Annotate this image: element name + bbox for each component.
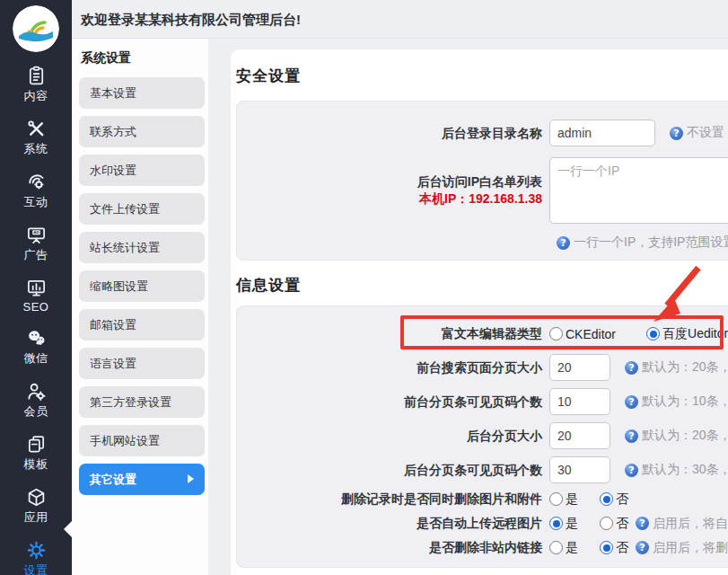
sidebar-item-settings[interactable]: 设置 <box>24 540 48 575</box>
remove-external-links-label: 是否删除非站内链接 <box>237 539 549 556</box>
submenu-item-watermark[interactable]: 水印设置 <box>79 155 205 186</box>
backend-page-size-input[interactable] <box>549 422 610 449</box>
auto-upload-remote-row: 是否自动上传远程图片 是 否 ? 启用后，将自动上 <box>237 511 728 535</box>
editor-type-row: 富文本编辑器类型 CKEditor 百度Ueditor <box>237 317 728 350</box>
front-search-page-size-label: 前台搜索页面分页大小 <box>237 359 549 376</box>
sidebar-item-label: 微信 <box>24 350 48 367</box>
sidebar-item-label: 内容 <box>24 88 48 104</box>
ad-board-icon: AD <box>26 225 47 245</box>
delete-attachments-no-radio[interactable] <box>600 492 613 506</box>
yes-label[interactable]: 是 <box>566 516 578 532</box>
submenu-item-webmaster-stats[interactable]: 站长统计设置 <box>79 232 205 263</box>
svg-text:AD: AD <box>33 230 39 234</box>
member-gear-icon <box>26 381 47 402</box>
sidebar-nav: 内容 系统 互动 <box>0 52 72 575</box>
no-label[interactable]: 否 <box>616 491 628 508</box>
submenu-item-other-settings[interactable]: 其它设置 <box>79 464 205 495</box>
backend-pagination-count-input[interactable] <box>549 456 610 483</box>
arrow-right-icon <box>188 474 194 483</box>
submenu-item-third-party-login[interactable]: 第三方登录设置 <box>79 386 205 418</box>
question-icon: ? <box>625 429 638 443</box>
sidebar-item-content[interactable]: 内容 <box>24 66 48 104</box>
no-label[interactable]: 否 <box>616 540 628 556</box>
question-icon: ? <box>636 517 649 530</box>
main-sidebar: 内容 系统 互动 <box>0 0 72 575</box>
backend-pagination-count-label: 后台分页条可见页码个数 <box>237 462 549 479</box>
sidebar-item-app[interactable]: 应用 <box>24 487 48 526</box>
submenu-item-contact[interactable]: 联系方式 <box>79 116 205 147</box>
submenu-item-mobile-site[interactable]: 手机网站设置 <box>79 425 205 456</box>
info-panel: 富文本编辑器类型 CKEditor 百度Ueditor 前台搜索页面分页大小 ?… <box>236 305 728 568</box>
template-pages-icon <box>26 434 47 455</box>
seo-chart-icon <box>26 278 47 298</box>
sidebar-item-label: 互动 <box>24 194 48 210</box>
sidebar-item-interact[interactable]: 互动 <box>24 172 48 210</box>
wechat-icon <box>26 328 47 349</box>
delete-attachments-yes-radio[interactable] <box>549 492 563 506</box>
question-icon: ? <box>625 361 638 375</box>
submenu-item-language[interactable]: 语言设置 <box>79 348 205 379</box>
no-label[interactable]: 否 <box>616 516 628 532</box>
ip-whitelist-row: 后台访问IP白名单列表 本机IP：192.168.1.38 <box>237 157 728 224</box>
system-tools-icon <box>26 119 47 139</box>
security-heading: 安全设置 <box>236 66 728 85</box>
row-help: ? 默认为：20条， <box>625 359 728 376</box>
question-icon: ? <box>636 541 649 554</box>
sidebar-item-wechat[interactable]: 微信 <box>24 328 48 367</box>
info-heading: 信息设置 <box>236 275 728 295</box>
submenu-item-basic[interactable]: 基本设置 <box>79 77 205 109</box>
security-panel: 后台登录目录名称 ? 不设置，将 后台访问IP白名单列表 本机IP：192.16… <box>236 101 728 261</box>
sidebar-item-label: 系统 <box>24 141 48 157</box>
submenu-item-file-upload[interactable]: 文件上传设置 <box>79 193 205 225</box>
question-icon: ? <box>557 236 570 250</box>
radio-ckeditor[interactable] <box>549 327 563 341</box>
sidebar-item-label: SEO <box>23 300 49 314</box>
content-card: 安全设置 后台登录目录名称 ? 不设置，将 后台访问IP白名单列表 本机IP：1… <box>231 49 728 575</box>
question-icon: ? <box>670 127 683 140</box>
backend-page-size-row: 后台分页大小 ? 默认为：20条， <box>237 419 728 453</box>
yes-label[interactable]: 是 <box>566 540 578 556</box>
backend-page-size-label: 后台分页大小 <box>237 428 549 445</box>
chat-gear-icon <box>26 172 47 192</box>
submenu-item-email[interactable]: 邮箱设置 <box>79 309 205 341</box>
sidebar-item-label: 设置 <box>24 562 48 575</box>
active-notch-arrow <box>64 521 72 537</box>
auto-upload-yes-radio[interactable] <box>549 517 563 530</box>
auto-upload-no-radio[interactable] <box>600 517 613 530</box>
sidebar-item-system[interactable]: 系统 <box>24 119 48 157</box>
settings-submenu: 系统设置 基本设置 联系方式 水印设置 文件上传设置 站长统计设置 缩略图设置 … <box>72 39 208 575</box>
welcome-title: 欢迎登录某某科技有限公司管理后台! <box>81 12 301 27</box>
editor-type-label: 富文本编辑器类型 <box>237 325 549 342</box>
sidebar-item-ad[interactable]: AD 广告 <box>24 225 48 263</box>
sidebar-item-template[interactable]: 模板 <box>24 434 48 473</box>
front-search-page-size-row: 前台搜索页面分页大小 ? 默认为：20条， <box>237 350 728 385</box>
auto-upload-remote-label: 是否自动上传远程图片 <box>237 515 549 532</box>
login-dir-label: 后台登录目录名称 <box>237 125 549 142</box>
radio-baidu-ueditor-label[interactable]: 百度Ueditor <box>662 326 728 342</box>
ip-whitelist-textarea[interactable] <box>549 157 728 224</box>
remove-links-no-radio[interactable] <box>600 541 613 554</box>
backend-pagination-count-row: 后台分页条可见页码个数 ? 默认为：30条， <box>237 453 728 487</box>
remove-external-links-row: 是否删除非站内链接 是 否 ? 启用后，将删除非 <box>237 535 728 560</box>
content-clipboard-icon <box>26 66 47 86</box>
sidebar-item-member[interactable]: 会员 <box>24 381 48 420</box>
row-help: ? 默认为：10条， <box>625 394 728 410</box>
front-search-page-size-input[interactable] <box>549 354 610 381</box>
delete-attachments-row: 删除记录时是否同时删除图片和附件 是 否 <box>237 487 728 511</box>
app-cube-icon <box>26 487 47 508</box>
login-dir-input[interactable] <box>549 119 655 146</box>
login-dir-help: ? 不设置，将 <box>670 125 728 141</box>
local-ip-text: 本机IP：192.168.1.38 <box>237 190 542 208</box>
login-dir-row: 后台登录目录名称 ? 不设置，将 <box>237 114 728 152</box>
app-logo[interactable] <box>13 5 59 52</box>
delete-attachments-label: 删除记录时是否同时删除图片和附件 <box>237 491 549 508</box>
front-pagination-count-input[interactable] <box>549 388 610 415</box>
radio-ckeditor-label[interactable]: CKEditor <box>566 327 616 341</box>
yes-label[interactable]: 是 <box>566 491 578 508</box>
logo-icon <box>13 5 59 52</box>
remove-links-yes-radio[interactable] <box>549 541 563 554</box>
radio-baidu-ueditor[interactable] <box>646 327 660 341</box>
sidebar-item-seo[interactable]: SEO <box>23 278 49 314</box>
submenu-item-thumbnail[interactable]: 缩略图设置 <box>79 270 205 302</box>
submenu-title: 系统设置 <box>81 50 208 66</box>
